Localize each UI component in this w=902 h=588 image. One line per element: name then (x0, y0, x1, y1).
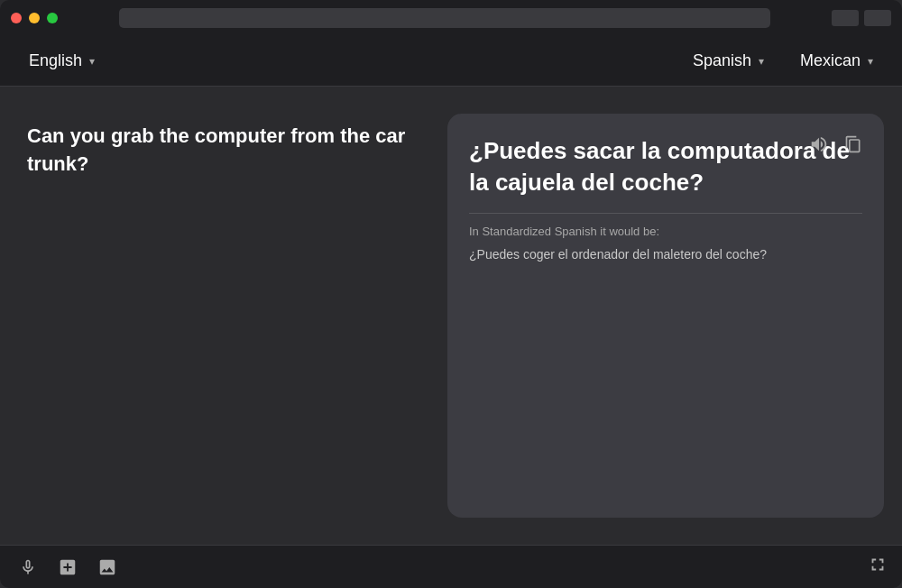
expand-button[interactable] (868, 555, 888, 579)
copy-icon (844, 135, 862, 153)
add-button[interactable] (54, 554, 81, 581)
close-button[interactable] (11, 13, 22, 23)
main-content: Can you grab the computer from the car t… (0, 87, 902, 545)
target-language-group: Spanish ▾ Mexican ▾ (682, 44, 884, 78)
source-language-label: English (29, 51, 82, 70)
target-language-chevron: ▾ (759, 55, 764, 68)
source-text-panel: Can you grab the computer from the car t… (18, 114, 429, 518)
bottom-toolbar (0, 545, 902, 588)
target-language-selector[interactable]: Spanish ▾ (682, 44, 775, 78)
title-bar (0, 0, 902, 36)
translation-divider (469, 213, 862, 214)
microphone-icon (19, 558, 37, 576)
speaker-icon (809, 134, 829, 154)
variant-language-selector[interactable]: Mexican ▾ (789, 44, 884, 78)
bottom-right-group (868, 555, 888, 579)
target-language-label: Spanish (693, 51, 751, 70)
minimize-button[interactable] (29, 13, 40, 23)
language-bar: English ▾ Spanish ▾ Mexican ▾ (0, 36, 902, 87)
image-icon (97, 557, 117, 577)
title-btn-1 (832, 10, 859, 26)
source-text: Can you grab the computer from the car t… (27, 124, 405, 175)
source-language-chevron: ▾ (89, 55, 95, 68)
translation-main-text: ¿Puedes sacar la computadora de la cajue… (469, 135, 862, 198)
alt-translation-label: In Standardized Spanish it would be: (469, 225, 862, 238)
microphone-button[interactable] (14, 554, 41, 581)
alt-translation-text: ¿Puedes coger el ordenador del maletero … (469, 245, 862, 264)
image-button[interactable] (94, 554, 121, 581)
translation-panel: ¿Puedes sacar la computadora de la cajue… (447, 114, 884, 518)
title-btn-2 (864, 10, 891, 26)
copy-button[interactable] (841, 132, 866, 157)
expand-icon (868, 555, 888, 574)
variant-language-chevron: ▾ (868, 55, 873, 68)
variant-language-label: Mexican (800, 51, 861, 70)
address-bar[interactable] (119, 8, 770, 28)
source-language-selector[interactable]: English ▾ (18, 44, 106, 78)
bottom-tools-group (14, 554, 121, 581)
translation-action-icons (806, 132, 866, 157)
speaker-button[interactable] (806, 132, 832, 157)
add-icon (58, 557, 78, 577)
maximize-button[interactable] (47, 13, 58, 23)
